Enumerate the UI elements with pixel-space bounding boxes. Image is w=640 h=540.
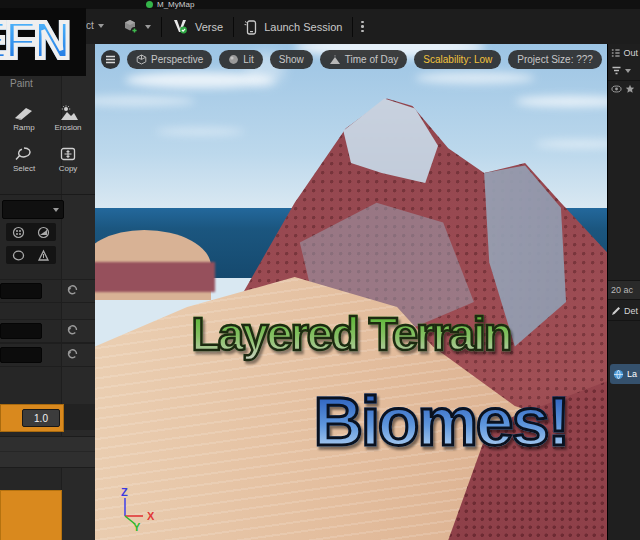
ramp-icon [13,105,35,121]
verse-button[interactable]: Verse [162,9,233,44]
lasso-icon [14,146,34,162]
uefn-logo-text: EFN [0,10,68,70]
reset-icon[interactable] [66,283,79,296]
layer-dropdown[interactable] [2,200,64,219]
landscape-tool-panel: Paint Ramp Erosion [0,44,95,540]
tool-label: Copy [59,164,78,173]
actor-count-bar: 20 ac [608,280,640,300]
lit-dropdown[interactable]: Lit [219,50,263,69]
layer-color-swatch[interactable] [0,490,62,540]
divider [0,194,95,195]
copy-tool-button[interactable]: Copy [46,143,90,176]
overlay-title-line2: Biomes! [185,382,607,460]
erosion-icon [57,105,79,121]
time-of-day-button[interactable]: Time of Day [320,50,408,69]
svg-text:X: X [147,510,155,522]
tab-label: M_MyMap [157,0,194,9]
verse-icon [172,19,189,34]
perspective-label: Perspective [151,54,203,65]
lit-label: Lit [243,54,254,65]
cloud [415,72,535,84]
cloud [155,128,245,135]
toolbar-overflow-menu[interactable] [353,21,372,33]
strength-value[interactable]: 1.0 [22,409,60,427]
property-rows-empty [0,436,95,468]
outliner-filter-row[interactable] [608,62,640,81]
chevron-down-icon [625,69,631,73]
viewport-toolbar: Perspective Lit Show Time of Day Scalabi… [101,50,603,69]
launch-session-button[interactable]: Launch Session [234,9,352,44]
value-input[interactable] [0,323,42,339]
strength-slider-row: 1.0 [0,404,95,430]
outliner-title: Out [623,48,638,58]
scalability-button[interactable]: Scalability: Low [414,50,501,69]
star-icon[interactable] [625,84,635,94]
chevron-down-icon [98,24,104,28]
property-row [0,343,95,367]
actor-count-label: 20 ac [611,285,633,295]
value-input[interactable] [0,283,42,299]
perspective-dropdown[interactable]: Perspective [127,50,212,69]
value-input[interactable] [0,347,42,363]
circle-brush-icon[interactable] [12,249,25,262]
selected-actor-row[interactable]: La [610,364,640,384]
launch-session-label: Launch Session [264,21,342,33]
svg-text:Z: Z [121,486,128,498]
property-row [0,319,95,343]
tool-grid: Ramp Erosion Select [2,102,94,176]
property-row [0,279,95,303]
uefn-logo: EFN [0,8,86,76]
cube-add-icon [122,18,139,35]
outliner-header[interactable]: Out [608,44,640,62]
time-of-day-label: Time of Day [345,54,399,65]
cloud [515,96,607,107]
cube-icon [136,54,147,65]
ramp-tool-button[interactable]: Ramp [2,102,46,135]
chevron-down-icon [53,208,59,212]
project-size-label: Project Size: ??? [517,54,593,65]
select-mode-label: ct [86,20,94,31]
svg-text:Y: Y [133,521,141,532]
viewport[interactable]: Perspective Lit Show Time of Day Scalabi… [95,44,607,540]
chevron-down-icon [145,25,151,29]
show-dropdown[interactable]: Show [270,50,313,69]
selected-actor-label: La [627,369,637,379]
brush-shape-row-2 [6,246,56,264]
tab-mymap[interactable]: M_MyMap [146,0,194,9]
copy-icon [59,146,77,162]
outliner-column-header [608,81,640,97]
background-dune-band [95,262,215,292]
falloff-brush-icon[interactable] [37,226,50,239]
add-content-button[interactable] [112,9,161,44]
tool-label: Select [13,164,35,173]
erosion-tool-button[interactable]: Erosion [46,102,90,135]
details-title: Det [624,306,638,316]
filter-icon [611,66,622,76]
reset-icon[interactable] [66,347,79,360]
alpha-brush-icon[interactable] [37,249,50,262]
viewport-menu-button[interactable] [101,50,120,69]
select-tool-button[interactable]: Select [2,143,46,176]
uefn-editor-window: M_MyMap ct [0,0,640,540]
hamburger-icon [105,55,116,64]
outliner-icon [611,48,620,58]
map-tab-icon [146,1,153,8]
strength-slider[interactable]: 1.0 [0,404,64,432]
select-mode-dropdown[interactable]: ct [86,20,104,31]
landscape-actor-icon [613,369,624,380]
reset-icon[interactable] [66,323,79,336]
launch-session-icon [244,19,258,35]
main-toolbar: ct Verse [0,9,640,45]
details-header[interactable]: Det [608,302,640,321]
paint-mode-label: Paint [10,78,33,89]
brush-shape-row-1 [6,223,56,241]
eye-icon[interactable] [611,85,622,93]
details-icon [611,306,621,316]
pattern-brush-icon[interactable] [12,226,25,239]
overlay-title-line1: Layered Terrain [95,306,607,361]
show-label: Show [279,54,304,65]
tool-label: Erosion [54,123,81,132]
verse-label: Verse [195,21,223,33]
time-of-day-icon [329,55,341,65]
project-size-button[interactable]: Project Size: ??? [508,50,602,69]
